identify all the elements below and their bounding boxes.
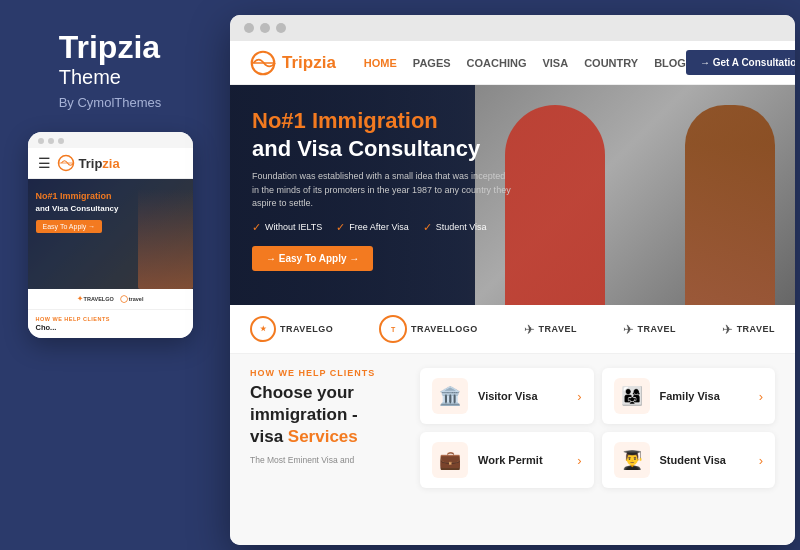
nav-link-visa[interactable]: VISA <box>542 57 568 69</box>
service-name-family: Family Visa <box>660 390 749 402</box>
person-right <box>685 105 775 305</box>
service-arrow-work: › <box>577 453 581 468</box>
logo-text-3: travel <box>539 324 577 334</box>
mobile-logos-bar: ✦TRAVELGO ◯travel <box>28 289 193 310</box>
service-card-family[interactable]: 👨‍👩‍👧 Family Visa › <box>602 368 776 424</box>
logo-text-5: travel <box>737 324 775 334</box>
mobile-logo-badge-2: ◯travel <box>120 295 144 303</box>
services-left: HOW WE HELP CLIENTS Choose your immigrat… <box>250 368 400 488</box>
site-logo-icon <box>250 50 276 76</box>
hero-feature-1-text: Without IELTS <box>265 222 322 232</box>
hero-features: ✓ Without IELTS ✓ Free After Visa ✓ Stud… <box>252 221 512 234</box>
service-info-work: Work Permit <box>478 454 567 466</box>
service-icon-family: 👨‍👩‍👧 <box>614 378 650 414</box>
hero-feature-2: ✓ Free After Visa <box>336 221 408 234</box>
nav-link-home[interactable]: HOME <box>364 57 397 69</box>
mobile-section-heading: Cho... <box>36 323 185 332</box>
service-icon-work: 💼 <box>432 442 468 478</box>
mobile-logo-badge-1: ✦TRAVELGO <box>77 295 114 303</box>
mobile-section: HOW WE HELP CLIENTS Cho... <box>28 310 193 338</box>
logo-text-2: Travellogo <box>411 324 478 334</box>
service-card-student[interactable]: 👨‍🎓 Student Visa › <box>602 432 776 488</box>
site-nav-links: HOME PAGES COACHING VISA COUNTRY BLOG <box>364 57 686 69</box>
brand-block: Tripzia Theme By CymolThemes <box>59 30 162 110</box>
service-arrow-student: › <box>759 453 763 468</box>
nav-link-coaching[interactable]: COACHING <box>467 57 527 69</box>
plane-icon-4: ✈ <box>623 322 634 337</box>
services-inner: HOW WE HELP CLIENTS Choose your immigrat… <box>250 368 775 488</box>
hero-content: No#1 Immigration and Visa Consultancy Fo… <box>252 107 512 271</box>
mobile-hero-content: No#1 Immigration and Visa Consultancy Ea… <box>36 191 119 233</box>
browser-content: Tripzia HOME PAGES COACHING VISA COUNTRY… <box>230 41 795 545</box>
hero-title-orange: No#1 Immigration <box>252 107 512 135</box>
logo-item-5: ✈ travel <box>722 322 775 337</box>
services-label: HOW WE HELP CLIENTS <box>250 368 400 378</box>
browser-dot-3 <box>276 23 286 33</box>
service-info-family: Family Visa <box>660 390 749 402</box>
logo-circle-1: ★ <box>250 316 276 342</box>
person-left <box>505 105 605 305</box>
service-name-student: Student Visa <box>660 454 749 466</box>
nav-cta-button[interactable]: → Get A Consultation! <box>686 50 795 75</box>
services-grid: 🏛️ Visitor Visa › 👨‍👩‍👧 Family Visa › <box>420 368 775 488</box>
mobile-hero: No#1 Immigration and Visa Consultancy Ea… <box>28 179 193 289</box>
mobile-preview-card: ☰ Tripzia No#1 Immigration and Visa Cons… <box>28 132 193 338</box>
plane-icon-5: ✈ <box>722 322 733 337</box>
mobile-hero-heading: No#1 Immigration <box>36 191 119 203</box>
hero-people-bg <box>475 85 795 305</box>
service-card-visitor[interactable]: 🏛️ Visitor Visa › <box>420 368 594 424</box>
logo-text-1: TRAVELGO <box>280 324 333 334</box>
check-icon-3: ✓ <box>423 221 432 234</box>
nav-link-pages[interactable]: PAGES <box>413 57 451 69</box>
browser-window: Tripzia HOME PAGES COACHING VISA COUNTRY… <box>230 15 795 545</box>
service-arrow-visitor: › <box>577 389 581 404</box>
mobile-nav: ☰ Tripzia <box>28 148 193 179</box>
service-info-student: Student Visa <box>660 454 749 466</box>
hero-apply-button[interactable]: → Easy To Apply → <box>252 246 373 271</box>
logo-main-text: Trip <box>282 53 313 72</box>
mobile-logo-icon <box>57 154 75 172</box>
brand-title: Tripzia <box>59 30 162 65</box>
star-icon-1: ✦ <box>77 295 83 303</box>
logo-text-4: Travel <box>638 324 676 334</box>
site-hero: No#1 Immigration and Visa Consultancy Fo… <box>230 85 795 305</box>
mobile-dot-1 <box>38 138 44 144</box>
hero-feature-1: ✓ Without IELTS <box>252 221 322 234</box>
nav-link-blog[interactable]: BLOG <box>654 57 686 69</box>
browser-top-bar <box>230 15 795 41</box>
browser-dot-2 <box>260 23 270 33</box>
site-logo-text: Tripzia <box>282 53 336 73</box>
mobile-dot-3 <box>58 138 64 144</box>
services-heading-line1: Choose your <box>250 383 354 402</box>
mobile-hero-sub: and Visa Consultancy <box>36 204 119 214</box>
logo-item-3: ✈ travel <box>524 322 577 337</box>
logo-circle-2: T <box>379 315 407 343</box>
hero-title-white: and Visa Consultancy <box>252 135 512 163</box>
hamburger-icon: ☰ <box>38 155 51 171</box>
mobile-section-label: HOW WE HELP CLIENTS <box>36 316 185 322</box>
service-arrow-family: › <box>759 389 763 404</box>
nav-link-country[interactable]: COUNTRY <box>584 57 638 69</box>
service-card-work[interactable]: 💼 Work Permit › <box>420 432 594 488</box>
hero-description: Foundation was established with a small … <box>252 170 512 211</box>
logos-bar: ★ TRAVELGO T Travellogo ✈ travel ✈ Trave… <box>230 305 795 354</box>
logo-item-4: ✈ Travel <box>623 322 676 337</box>
services-heading: Choose your immigration - visa Services <box>250 382 400 448</box>
left-panel: Tripzia Theme By CymolThemes ☰ Tripzia <box>5 0 215 550</box>
mobile-hero-btn: Easy To Apply → <box>36 220 103 233</box>
service-info-visitor: Visitor Visa <box>478 390 567 402</box>
services-heading-accent: Services <box>288 427 358 446</box>
services-section: HOW WE HELP CLIENTS Choose your immigrat… <box>230 354 795 545</box>
hero-feature-3-text: Student Visa <box>436 222 487 232</box>
hero-feature-3: ✓ Student Visa <box>423 221 487 234</box>
service-name-visitor: Visitor Visa <box>478 390 567 402</box>
mobile-dot-2 <box>48 138 54 144</box>
site-nav: Tripzia HOME PAGES COACHING VISA COUNTRY… <box>230 41 795 85</box>
check-icon-2: ✓ <box>336 221 345 234</box>
mobile-hero-person <box>138 189 193 289</box>
browser-dot-1 <box>244 23 254 33</box>
plane-icon-3: ✈ <box>524 322 535 337</box>
mobile-logo: Tripzia <box>57 154 120 172</box>
services-subdesc: The Most Eminent Visa and <box>250 454 400 468</box>
services-heading-line3: visa <box>250 427 283 446</box>
